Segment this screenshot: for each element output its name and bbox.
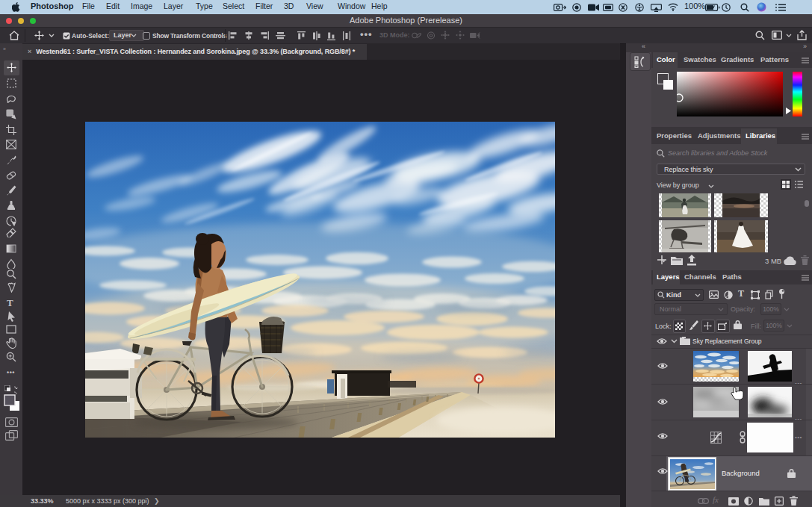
svg-text:T: T	[7, 297, 13, 308]
